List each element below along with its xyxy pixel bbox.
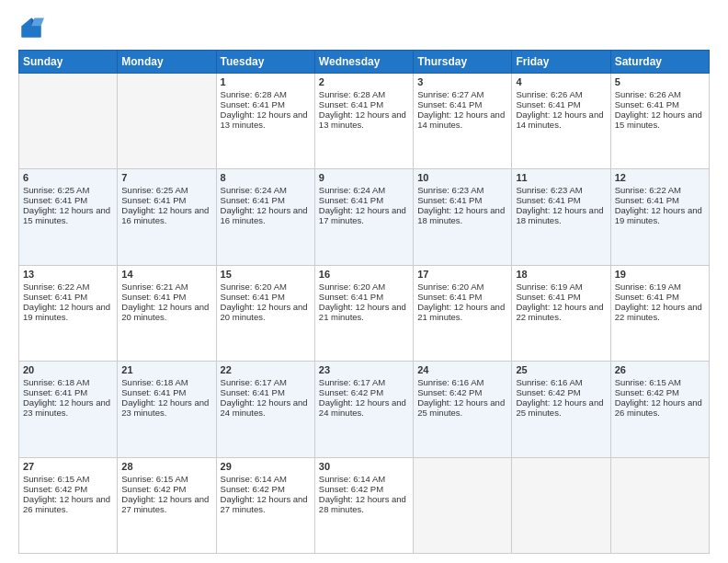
daylight-text: Daylight: 12 hours and 14 minutes.: [516, 109, 603, 130]
daylight-text: Daylight: 12 hours and 19 minutes.: [23, 302, 110, 322]
calendar-cell: [19, 74, 118, 169]
day-number: 17: [417, 269, 507, 280]
calendar-cell: 15Sunrise: 6:20 AMSunset: 6:41 PMDayligh…: [216, 265, 314, 361]
sunrise-text: Sunrise: 6:17 AM: [221, 377, 287, 387]
calendar-cell: [118, 74, 216, 169]
calendar-week-row: 27Sunrise: 6:15 AMSunset: 6:42 PMDayligh…: [19, 457, 710, 553]
sunset-text: Sunset: 6:41 PM: [417, 292, 482, 302]
sunset-text: Sunset: 6:41 PM: [221, 195, 285, 205]
calendar-cell: 6Sunrise: 6:25 AMSunset: 6:41 PMDaylight…: [19, 169, 118, 265]
calendar-header-saturday: Saturday: [610, 51, 709, 74]
calendar-header-thursday: Thursday: [414, 51, 512, 74]
sunset-text: Sunset: 6:41 PM: [221, 292, 285, 302]
day-number: 29: [221, 461, 311, 472]
daylight-text: Daylight: 12 hours and 27 minutes.: [221, 494, 308, 514]
daylight-text: Daylight: 12 hours and 14 minutes.: [417, 109, 505, 130]
calendar-cell: 5Sunrise: 6:26 AMSunset: 6:41 PMDaylight…: [610, 74, 709, 169]
calendar-cell: 29Sunrise: 6:14 AMSunset: 6:42 PMDayligh…: [216, 457, 314, 553]
sunset-text: Sunset: 6:42 PM: [23, 484, 87, 494]
calendar-header-sunday: Sunday: [19, 51, 118, 74]
day-number: 19: [615, 269, 705, 280]
sunrise-text: Sunrise: 6:26 AM: [516, 89, 582, 99]
calendar-header-wednesday: Wednesday: [314, 51, 413, 74]
calendar-header-monday: Monday: [118, 51, 216, 74]
sunrise-text: Sunrise: 6:24 AM: [319, 185, 385, 195]
sunrise-text: Sunrise: 6:15 AM: [121, 474, 188, 484]
sunrise-text: Sunrise: 6:26 AM: [615, 89, 681, 99]
sunrise-text: Sunrise: 6:22 AM: [615, 185, 681, 195]
sunrise-text: Sunrise: 6:21 AM: [121, 282, 188, 292]
calendar-cell: 10Sunrise: 6:23 AMSunset: 6:41 PMDayligh…: [414, 169, 512, 265]
sunset-text: Sunset: 6:41 PM: [417, 99, 482, 109]
calendar-cell: 22Sunrise: 6:17 AMSunset: 6:41 PMDayligh…: [216, 362, 314, 457]
sunset-text: Sunset: 6:42 PM: [121, 484, 186, 494]
sunset-text: Sunset: 6:42 PM: [615, 387, 679, 397]
calendar-week-row: 1Sunrise: 6:28 AMSunset: 6:41 PMDaylight…: [19, 74, 710, 169]
daylight-text: Daylight: 12 hours and 21 minutes.: [319, 302, 406, 322]
calendar-header-tuesday: Tuesday: [216, 51, 314, 74]
calendar-week-row: 6Sunrise: 6:25 AMSunset: 6:41 PMDaylight…: [19, 169, 710, 265]
sunset-text: Sunset: 6:41 PM: [319, 292, 383, 302]
calendar-cell: 20Sunrise: 6:18 AMSunset: 6:41 PMDayligh…: [19, 362, 118, 457]
daylight-text: Daylight: 12 hours and 15 minutes.: [23, 205, 110, 225]
svg-marker-3: [31, 18, 44, 27]
day-number: 4: [516, 76, 606, 87]
day-number: 1: [221, 76, 311, 87]
sunset-text: Sunset: 6:41 PM: [615, 292, 679, 302]
sunset-text: Sunset: 6:41 PM: [221, 99, 285, 109]
daylight-text: Daylight: 12 hours and 15 minutes.: [615, 109, 702, 130]
day-number: 20: [23, 364, 113, 375]
sunset-text: Sunset: 6:41 PM: [516, 292, 580, 302]
calendar-cell: 9Sunrise: 6:24 AMSunset: 6:41 PMDaylight…: [314, 169, 413, 265]
calendar-week-row: 20Sunrise: 6:18 AMSunset: 6:41 PMDayligh…: [19, 362, 710, 457]
calendar-cell: 12Sunrise: 6:22 AMSunset: 6:41 PMDayligh…: [610, 169, 709, 265]
calendar-cell: 24Sunrise: 6:16 AMSunset: 6:42 PMDayligh…: [414, 362, 512, 457]
calendar-cell: [414, 457, 512, 553]
daylight-text: Daylight: 12 hours and 25 minutes.: [417, 397, 505, 418]
calendar-cell: 14Sunrise: 6:21 AMSunset: 6:41 PMDayligh…: [118, 265, 216, 361]
calendar-cell: 8Sunrise: 6:24 AMSunset: 6:41 PMDaylight…: [216, 169, 314, 265]
sunset-text: Sunset: 6:41 PM: [516, 195, 580, 205]
sunrise-text: Sunrise: 6:27 AM: [417, 89, 483, 99]
sunrise-text: Sunrise: 6:24 AM: [221, 185, 287, 195]
daylight-text: Daylight: 12 hours and 13 minutes.: [319, 109, 406, 130]
daylight-text: Daylight: 12 hours and 25 minutes.: [516, 397, 603, 418]
day-number: 23: [319, 364, 409, 375]
daylight-text: Daylight: 12 hours and 26 minutes.: [23, 494, 110, 514]
calendar-cell: 30Sunrise: 6:14 AMSunset: 6:42 PMDayligh…: [314, 457, 413, 553]
sunset-text: Sunset: 6:41 PM: [516, 99, 580, 109]
calendar-cell: 7Sunrise: 6:25 AMSunset: 6:41 PMDaylight…: [118, 169, 216, 265]
calendar-cell: [610, 457, 709, 553]
calendar-cell: 11Sunrise: 6:23 AMSunset: 6:41 PMDayligh…: [512, 169, 610, 265]
calendar-cell: 28Sunrise: 6:15 AMSunset: 6:42 PMDayligh…: [118, 457, 216, 553]
sunset-text: Sunset: 6:41 PM: [615, 195, 679, 205]
day-number: 6: [23, 172, 113, 183]
daylight-text: Daylight: 12 hours and 20 minutes.: [121, 302, 209, 322]
sunset-text: Sunset: 6:42 PM: [221, 484, 285, 494]
day-number: 28: [121, 461, 211, 472]
sunset-text: Sunset: 6:41 PM: [23, 292, 87, 302]
sunrise-text: Sunrise: 6:19 AM: [516, 282, 582, 292]
sunset-text: Sunset: 6:42 PM: [319, 484, 383, 494]
calendar-cell: 25Sunrise: 6:16 AMSunset: 6:42 PMDayligh…: [512, 362, 610, 457]
sunrise-text: Sunrise: 6:20 AM: [319, 282, 385, 292]
daylight-text: Daylight: 12 hours and 23 minutes.: [121, 397, 209, 418]
sunrise-text: Sunrise: 6:22 AM: [23, 282, 89, 292]
sunrise-text: Sunrise: 6:28 AM: [221, 89, 287, 99]
sunset-text: Sunset: 6:41 PM: [221, 387, 285, 397]
calendar-cell: 3Sunrise: 6:27 AMSunset: 6:41 PMDaylight…: [414, 74, 512, 169]
sunrise-text: Sunrise: 6:15 AM: [615, 377, 681, 387]
calendar-cell: 21Sunrise: 6:18 AMSunset: 6:41 PMDayligh…: [118, 362, 216, 457]
calendar-cell: 16Sunrise: 6:20 AMSunset: 6:41 PMDayligh…: [314, 265, 413, 361]
daylight-text: Daylight: 12 hours and 26 minutes.: [615, 397, 702, 418]
sunrise-text: Sunrise: 6:20 AM: [221, 282, 287, 292]
sunset-text: Sunset: 6:41 PM: [121, 387, 186, 397]
daylight-text: Daylight: 12 hours and 24 minutes.: [221, 397, 308, 418]
sunset-text: Sunset: 6:41 PM: [23, 195, 87, 205]
day-number: 10: [417, 172, 507, 183]
sunrise-text: Sunrise: 6:19 AM: [615, 282, 681, 292]
calendar-cell: 13Sunrise: 6:22 AMSunset: 6:41 PMDayligh…: [19, 265, 118, 361]
sunrise-text: Sunrise: 6:18 AM: [121, 377, 188, 387]
sunrise-text: Sunrise: 6:23 AM: [417, 185, 483, 195]
day-number: 9: [319, 172, 409, 183]
